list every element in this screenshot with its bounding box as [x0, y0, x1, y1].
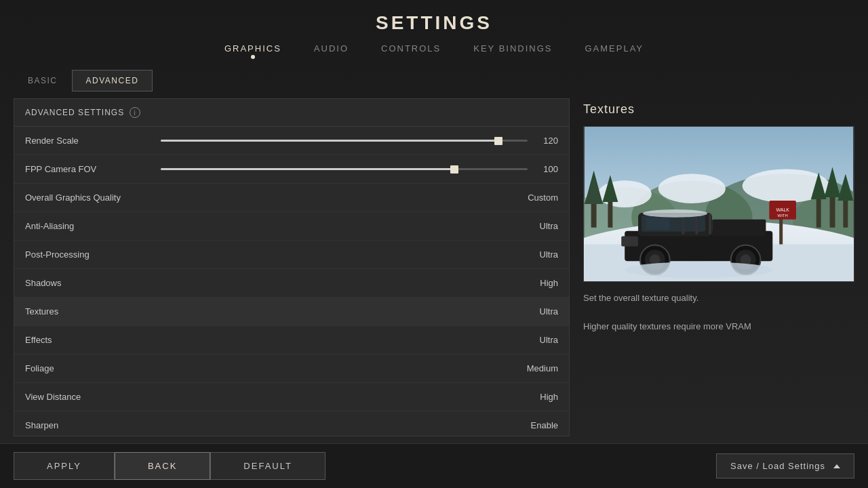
- setting-label-anti-aliasing: Anti-Aliasing: [25, 221, 161, 231]
- setting-value-overall-graphics: Custom: [528, 192, 558, 203]
- setting-control-shadows: High: [161, 278, 558, 288]
- chevron-up-icon: [833, 464, 840, 468]
- svg-rect-15: [816, 195, 821, 228]
- setting-row-foliage[interactable]: Foliage Medium: [14, 354, 569, 383]
- apply-button[interactable]: APPLY: [14, 452, 115, 480]
- setting-row-anti-aliasing[interactable]: Anti-Aliasing Ultra: [14, 212, 569, 241]
- svg-point-6: [658, 174, 726, 203]
- advanced-settings-label: ADVANCED SETTINGS: [25, 108, 124, 117]
- preview-svg: WALK WITH: [584, 127, 854, 281]
- advanced-settings-header: ADVANCED SETTINGS i: [14, 99, 569, 127]
- setting-label-foliage: Foliage: [25, 363, 161, 373]
- setting-label-overall-graphics: Overall Graphics Quality: [25, 192, 161, 203]
- default-button[interactable]: DEFAULT: [210, 452, 326, 480]
- settings-header: SETTINGS: [0, 0, 868, 34]
- svg-point-42: [625, 262, 772, 278]
- slider-fill-render-scale: [161, 140, 498, 142]
- setting-value-view-distance: High: [540, 392, 558, 402]
- svg-rect-17: [843, 197, 848, 228]
- slider-thumb-render-scale[interactable]: [494, 137, 502, 145]
- settings-panel: ADVANCED SETTINGS i Render Scale 120: [14, 98, 570, 436]
- slider-fill-fpp-fov: [161, 168, 454, 170]
- slider-fpp-fov[interactable]: 100: [161, 164, 558, 174]
- svg-rect-13: [830, 192, 835, 228]
- svg-rect-28: [646, 218, 670, 230]
- setting-label-post-processing: Post-Processing: [25, 249, 161, 260]
- back-button[interactable]: BACK: [115, 452, 210, 480]
- setting-row-render-scale[interactable]: Render Scale 120: [14, 127, 569, 155]
- preview-image: WALK WITH: [583, 126, 854, 282]
- subtab-advanced[interactable]: ADVANCED: [72, 70, 153, 92]
- tab-gameplay[interactable]: GAMEPLAY: [585, 43, 644, 58]
- slider-value-render-scale: 120: [534, 136, 558, 146]
- setting-label-render-scale: Render Scale: [25, 136, 161, 146]
- save-load-label: Save / Load Settings: [730, 461, 825, 471]
- setting-row-view-distance[interactable]: View Distance High: [14, 383, 569, 411]
- setting-value-foliage: Medium: [527, 363, 558, 373]
- setting-label-textures: Textures: [25, 306, 161, 317]
- setting-row-fpp-fov[interactable]: FPP Camera FOV 100: [14, 155, 569, 184]
- svg-rect-29: [712, 220, 766, 237]
- tab-graphics[interactable]: GRAPHICS: [224, 43, 281, 58]
- svg-rect-32: [709, 214, 711, 235]
- setting-value-post-processing: Ultra: [540, 249, 558, 260]
- nav-tabs: GRAPHICS AUDIO CONTROLS KEY BINDINGS GAM…: [0, 34, 868, 63]
- setting-control-effects: Ultra: [161, 335, 558, 345]
- info-icon[interactable]: i: [130, 107, 140, 118]
- preview-desc-line1: Set the overall texture quality.: [583, 291, 854, 306]
- setting-label-sharpen: Sharpen: [25, 420, 161, 430]
- setting-value-sharpen: Enable: [531, 420, 558, 430]
- setting-control-view-distance: High: [161, 392, 558, 402]
- slider-render-scale[interactable]: 120: [161, 136, 558, 146]
- subtab-basic[interactable]: BASIC: [14, 70, 72, 92]
- svg-rect-31: [695, 214, 698, 235]
- sub-tabs: BASIC ADVANCED: [0, 63, 868, 92]
- setting-row-effects[interactable]: Effects Ultra: [14, 326, 569, 354]
- svg-point-43: [643, 209, 707, 218]
- tab-controls[interactable]: CONTROLS: [381, 43, 441, 58]
- bottom-bar: APPLY BACK DEFAULT Save / Load Settings: [0, 443, 868, 488]
- setting-row-sharpen[interactable]: Sharpen Enable: [14, 411, 569, 436]
- setting-label-view-distance: View Distance: [25, 392, 161, 402]
- setting-value-textures: Ultra: [540, 306, 558, 317]
- bottom-buttons: APPLY BACK DEFAULT: [14, 452, 326, 480]
- preview-desc-line2: Higher quality textures require more VRA…: [583, 320, 854, 334]
- slider-value-fpp-fov: 100: [534, 164, 558, 174]
- setting-control-anti-aliasing: Ultra: [161, 221, 558, 231]
- setting-control-overall-graphics: Custom: [161, 192, 558, 203]
- svg-text:WALK: WALK: [776, 207, 789, 212]
- settings-list: Render Scale 120 FPP Camera FOV: [14, 127, 569, 436]
- main-content: ADVANCED SETTINGS i Render Scale 120: [0, 92, 868, 443]
- preview-title: Textures: [583, 98, 854, 117]
- svg-text:WITH: WITH: [778, 214, 788, 218]
- slider-thumb-fpp-fov[interactable]: [450, 165, 458, 174]
- setting-row-shadows[interactable]: Shadows High: [14, 269, 569, 298]
- page-title: SETTINGS: [0, 12, 868, 34]
- slider-track-fpp-fov: [161, 168, 528, 170]
- setting-row-textures[interactable]: Textures Ultra: [14, 298, 569, 326]
- setting-control-fpp-fov: 100: [161, 164, 558, 174]
- setting-row-post-processing[interactable]: Post-Processing Ultra: [14, 241, 569, 269]
- setting-control-foliage: Medium: [161, 363, 558, 373]
- setting-label-shadows: Shadows: [25, 278, 161, 288]
- save-load-button[interactable]: Save / Load Settings: [716, 453, 854, 479]
- tab-keybindings[interactable]: KEY BINDINGS: [473, 43, 552, 58]
- setting-control-sharpen: Enable: [161, 420, 558, 430]
- setting-value-effects: Ultra: [540, 335, 558, 345]
- slider-track-render-scale: [161, 140, 528, 142]
- setting-control-post-processing: Ultra: [161, 249, 558, 260]
- preview-panel: Textures: [583, 98, 854, 436]
- svg-rect-33: [621, 237, 638, 247]
- setting-control-textures: Ultra: [161, 306, 558, 317]
- setting-label-fpp-fov: FPP Camera FOV: [25, 164, 161, 174]
- setting-row-overall-graphics[interactable]: Overall Graphics Quality Custom: [14, 184, 569, 212]
- setting-value-shadows: High: [540, 278, 558, 288]
- preview-description: Set the overall texture quality. Higher …: [583, 291, 854, 333]
- setting-value-anti-aliasing: Ultra: [540, 221, 558, 231]
- setting-control-render-scale: 120: [161, 136, 558, 146]
- setting-label-effects: Effects: [25, 335, 161, 345]
- tab-audio[interactable]: AUDIO: [314, 43, 349, 58]
